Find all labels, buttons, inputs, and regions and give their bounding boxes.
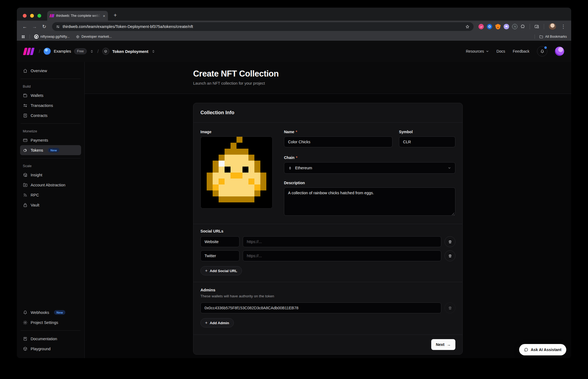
phantom-icon[interactable] [504, 24, 509, 29]
team-switcher-chevrons-icon[interactable] [90, 49, 94, 53]
team-avatar [44, 48, 51, 55]
page-title: Create NFT Collection [193, 69, 463, 79]
all-bookmarks-button[interactable]: All Bookmarks [539, 35, 567, 39]
social-url-row [200, 250, 455, 261]
social-url-input[interactable] [243, 236, 441, 247]
sidebar-item-transactions[interactable]: Transactions [20, 100, 81, 110]
social-url-row [200, 236, 455, 247]
delete-admin-button[interactable] [445, 302, 455, 313]
sidebar-item-tokens[interactable]: Tokens New [20, 145, 81, 155]
description-textarea[interactable]: A collection of rainbow chicks hatched f… [284, 187, 455, 216]
social-platform-input[interactable] [200, 236, 239, 247]
name-input[interactable] [284, 136, 392, 147]
project-name[interactable]: Token Deployment [112, 49, 148, 54]
folder-account-icon [23, 183, 28, 187]
extensions-puzzle-icon[interactable] [520, 24, 525, 29]
site-info-icon[interactable] [56, 25, 60, 29]
trash-icon [448, 254, 452, 258]
sidebar-item-payments[interactable]: Payments [20, 135, 81, 145]
close-window-button[interactable] [23, 14, 27, 18]
symbol-input[interactable] [399, 136, 455, 147]
social-urls-label: Social URLs [200, 229, 455, 233]
sidebar-item-webhooks[interactable]: Webhooks New [20, 307, 81, 317]
credit-card-icon [23, 138, 28, 143]
extension-icons [478, 24, 525, 29]
chain-label: Chain [284, 155, 295, 160]
back-button[interactable]: ← [21, 23, 29, 31]
ask-ai-assistant-button[interactable]: Ask AI Assistant [519, 344, 566, 355]
sidebar-item-documentation[interactable]: Documentation [20, 334, 81, 344]
blue-extension-icon[interactable] [487, 24, 492, 29]
browser-profile-avatar[interactable] [549, 23, 556, 30]
bell-icon [540, 49, 545, 54]
lock-icon [23, 203, 28, 208]
toolbar-divider [530, 24, 530, 29]
apps-grid-icon[interactable] [21, 35, 25, 39]
bookmark-niftyswap[interactable]: niftyswap.gg/Nifty... [34, 34, 69, 39]
metamask-icon[interactable] [495, 24, 501, 29]
user-avatar[interactable] [555, 47, 564, 56]
social-platform-input[interactable] [200, 250, 239, 261]
next-button[interactable]: Next → [431, 339, 455, 350]
docs-link[interactable]: Docs [497, 49, 505, 53]
minimize-window-button[interactable] [30, 14, 34, 18]
reload-button[interactable]: ↻ [40, 23, 48, 31]
rpc-signal-icon [23, 193, 28, 198]
chain-select[interactable]: Ethereum [284, 162, 455, 174]
sidebar-item-account-abstraction[interactable]: Account Abstraction [20, 180, 81, 190]
feedback-link[interactable]: Feedback [513, 49, 529, 53]
inspect-device-icon[interactable] [534, 24, 539, 29]
url-bar[interactable]: thirdweb.com/team/examples/Token-Deploym… [52, 22, 474, 31]
browser-menu-icon[interactable]: ⋮ [559, 24, 567, 30]
home-icon [23, 68, 28, 73]
sidebar-item-contracts[interactable]: Contracts [20, 110, 81, 120]
sidebar-item-project-settings[interactable]: Project Settings [20, 317, 81, 327]
collection-info-card: Collection Info Image [193, 103, 463, 355]
team-name[interactable]: Examples [54, 49, 71, 53]
clock-extension-icon[interactable] [512, 24, 517, 29]
macos-traffic-lights [23, 14, 41, 18]
admins-description: These wallets will have authority on the… [200, 294, 455, 298]
browser-tab[interactable]: thirdweb: The complete web3 × [47, 11, 108, 21]
resources-menu[interactable]: Resources [466, 49, 489, 53]
collection-image-upload[interactable] [200, 136, 273, 209]
delete-social-url-button[interactable] [445, 236, 455, 247]
notification-dot [544, 46, 547, 49]
tab-close-icon[interactable]: × [103, 14, 105, 18]
project-switcher-chevrons-icon[interactable] [151, 49, 155, 53]
notifications-button[interactable] [537, 46, 547, 56]
sidebar-item-wallets[interactable]: Wallets [20, 90, 81, 100]
sidebar-item-insight[interactable]: Insight [20, 170, 81, 180]
sidebar-item-rpc[interactable]: RPC [20, 190, 81, 200]
add-admin-button[interactable]: + Add Admin [200, 318, 234, 327]
add-social-url-button[interactable]: + Add Social URL [200, 266, 242, 275]
chevron-down-icon [486, 50, 489, 53]
browser-window: thirdweb: The complete web3 × + ← → ↻ th… [17, 8, 571, 358]
sidebar-divider [21, 123, 81, 124]
plan-badge: Free [74, 48, 87, 54]
sidebar-item-vault[interactable]: Vault [20, 200, 81, 210]
image-label: Image [200, 130, 211, 134]
contract-icon [23, 113, 28, 118]
pink-extension-icon[interactable] [478, 24, 484, 29]
thirdweb-logo-icon[interactable] [24, 48, 34, 55]
url-text[interactable]: thirdweb.com/team/examples/Token-Deploym… [63, 24, 462, 29]
new-tab-button[interactable]: + [112, 12, 119, 18]
sidebar-item-overview[interactable]: Overview [20, 66, 81, 76]
main-content: Create NFT Collection Launch an NFT coll… [85, 62, 571, 358]
forward-button[interactable]: → [30, 23, 39, 31]
folder-icon [539, 35, 543, 39]
github-icon [34, 34, 39, 39]
bookmark-label: niftyswap.gg/Nifty... [40, 35, 69, 39]
delete-social-url-button[interactable] [445, 250, 455, 261]
content-area: Collection Info Image [85, 94, 571, 358]
social-url-input[interactable] [243, 250, 441, 261]
breadcrumb-separator: / [38, 48, 41, 54]
name-label: Name [284, 130, 294, 134]
sidebar-item-playground[interactable]: Playground [20, 344, 81, 354]
admin-address-input[interactable] [200, 302, 441, 313]
bookmark-star-icon[interactable] [465, 24, 470, 29]
bookmark-developer-marketing[interactable]: Developer marketi... [76, 35, 112, 39]
admin-row [200, 302, 455, 313]
maximize-window-button[interactable] [37, 14, 41, 18]
